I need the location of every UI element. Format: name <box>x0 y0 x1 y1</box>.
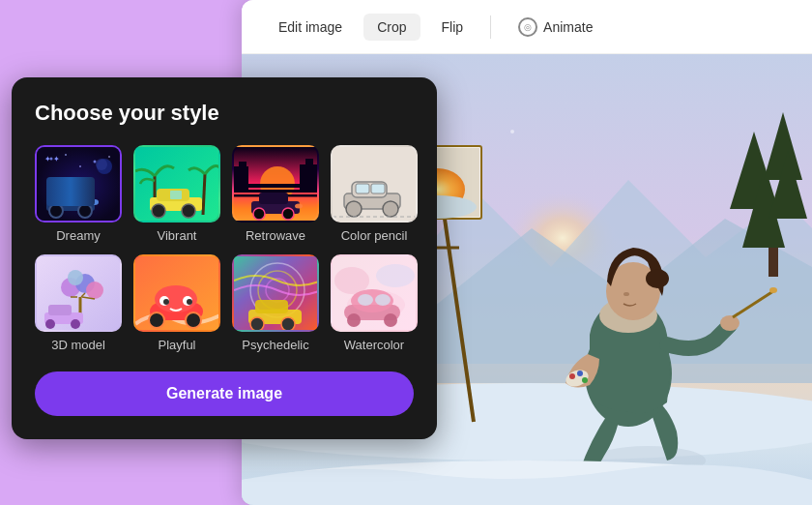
generate-image-button[interactable]: Generate image <box>35 371 414 416</box>
svg-rect-57 <box>170 191 182 199</box>
svg-point-91 <box>45 319 55 329</box>
svg-rect-107 <box>255 300 288 313</box>
svg-point-75 <box>346 201 362 217</box>
svg-point-109 <box>281 317 295 331</box>
svg-rect-78 <box>371 184 385 193</box>
svg-point-99 <box>163 299 169 305</box>
svg-point-69 <box>253 208 265 220</box>
svg-point-55 <box>152 204 165 218</box>
animate-label: Animate <box>543 19 593 35</box>
svg-point-27 <box>769 287 777 293</box>
style-thumb-playful[interactable] <box>133 254 220 332</box>
style-label-retrowave: Retrowave <box>246 228 305 243</box>
style-thumb-watercolor[interactable] <box>331 254 418 332</box>
svg-rect-46 <box>54 189 83 201</box>
style-thumb-colorpencil[interactable] <box>331 145 418 223</box>
animate-icon: ◎ <box>518 17 537 37</box>
svg-point-56 <box>182 204 195 218</box>
flip-button[interactable]: Flip <box>428 14 478 41</box>
style-label-colorpencil: Color pencil <box>341 228 408 243</box>
style-label-3dmodel: 3D model <box>51 338 105 352</box>
svg-point-42 <box>79 165 81 167</box>
editor-toolbar: Edit image Crop Flip ◎ Animate <box>242 0 812 54</box>
svg-rect-68 <box>259 193 288 204</box>
animate-button[interactable]: ◎ Animate <box>505 12 606 43</box>
svg-point-85 <box>68 270 83 285</box>
svg-point-30 <box>577 371 583 376</box>
svg-rect-90 <box>48 305 72 315</box>
crop-button[interactable]: Crop <box>363 14 420 41</box>
svg-point-108 <box>250 317 264 331</box>
style-thumb-vibrant[interactable] <box>133 145 220 223</box>
svg-rect-64 <box>239 162 246 171</box>
svg-point-116 <box>347 313 361 327</box>
svg-point-96 <box>149 312 164 328</box>
svg-point-101 <box>187 299 192 305</box>
style-item-retrowave[interactable]: Retrowave <box>232 145 319 243</box>
svg-point-39 <box>65 154 67 156</box>
svg-point-112 <box>376 264 415 287</box>
style-thumb-3dmodel[interactable] <box>35 254 122 332</box>
svg-point-70 <box>282 208 294 220</box>
svg-point-35 <box>510 130 514 134</box>
svg-point-41 <box>108 156 110 158</box>
style-item-3dmodel[interactable]: 3D model <box>35 254 122 352</box>
svg-point-47 <box>49 204 63 218</box>
style-label-psychedelic: Psychedelic <box>242 338 308 352</box>
svg-rect-65 <box>300 164 319 191</box>
svg-point-40 <box>94 161 97 163</box>
svg-point-71 <box>295 204 303 209</box>
svg-point-117 <box>384 313 397 327</box>
svg-point-118 <box>358 294 373 306</box>
style-item-playful[interactable]: Playful <box>133 254 220 352</box>
svg-point-84 <box>86 282 103 299</box>
style-label-playful: Playful <box>158 338 195 352</box>
svg-point-111 <box>334 267 369 294</box>
svg-line-52 <box>203 174 205 215</box>
styles-grid: Dreamy <box>35 145 414 352</box>
svg-rect-77 <box>356 184 369 193</box>
svg-point-119 <box>375 294 391 306</box>
style-label-dreamy: Dreamy <box>56 228 101 243</box>
svg-point-76 <box>383 201 398 217</box>
svg-rect-9 <box>768 248 778 277</box>
svg-rect-50 <box>135 147 220 223</box>
svg-point-29 <box>569 373 575 379</box>
style-thumb-dreamy[interactable] <box>35 145 122 223</box>
svg-point-49 <box>91 199 99 205</box>
style-thumb-retrowave[interactable] <box>232 145 319 223</box>
svg-point-25 <box>720 315 740 331</box>
style-label-vibrant: Vibrant <box>158 228 197 243</box>
svg-point-97 <box>186 312 201 328</box>
style-item-vibrant[interactable]: Vibrant <box>133 145 220 243</box>
svg-point-38 <box>50 158 53 161</box>
style-item-psychedelic[interactable]: Psychedelic <box>232 254 319 352</box>
svg-point-24 <box>624 292 629 296</box>
svg-rect-66 <box>305 159 313 166</box>
svg-point-44 <box>96 159 107 170</box>
svg-point-92 <box>71 319 80 329</box>
style-item-dreamy[interactable]: Dreamy <box>35 145 122 243</box>
style-panel: Choose your style <box>12 77 437 439</box>
edit-image-button[interactable]: Edit image <box>265 14 356 41</box>
panel-title: Choose your style <box>35 101 414 126</box>
svg-point-48 <box>78 204 92 218</box>
style-label-watercolor: Watercolor <box>344 338 404 352</box>
style-item-watercolor[interactable]: Watercolor <box>331 254 418 352</box>
style-thumb-psychedelic[interactable] <box>232 254 319 332</box>
svg-point-23 <box>646 269 669 288</box>
toolbar-divider <box>490 15 491 39</box>
style-item-colorpencil[interactable]: Color pencil <box>331 145 418 243</box>
svg-point-31 <box>582 377 588 383</box>
